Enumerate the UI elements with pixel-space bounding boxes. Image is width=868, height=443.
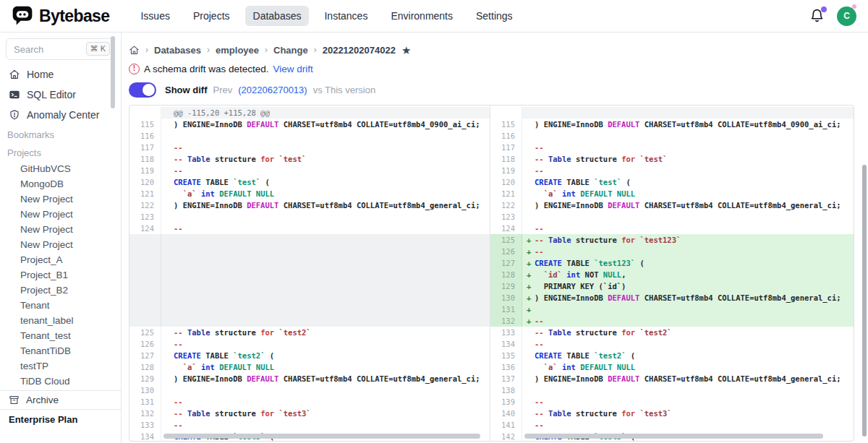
project-item-testtp[interactable]: testTP	[0, 358, 121, 374]
project-item-project-b1[interactable]: Project_B1	[0, 267, 121, 283]
sidebar-item-home[interactable]: Home	[0, 64, 121, 85]
code-line: ) ENGINE=InnoDB DEFAULT CHARSET=utf8mb4 …	[161, 199, 490, 211]
diff-row: 118-- Table structure for `test`	[490, 153, 854, 165]
sidebar-item-label: Home	[27, 69, 54, 80]
bytebase-logo-icon	[12, 5, 33, 27]
project-item-mongodb[interactable]: MongoDB	[0, 176, 121, 192]
breadcrumb-item-employee[interactable]: employee	[216, 45, 259, 56]
diff-row: 132-- Table structure for `test3`	[129, 408, 490, 419]
breadcrumb-separator: ›	[265, 45, 268, 55]
sidebar-item-sql-editor[interactable]: SQL Editor	[0, 85, 121, 105]
project-item-githubvcs[interactable]: GitHubVCS	[0, 161, 121, 176]
code-token: NOT	[580, 270, 603, 279]
diff-row: 116	[129, 130, 490, 142]
added-line-marker: +	[527, 234, 531, 246]
diff-hunk-row	[490, 107, 854, 119]
diff-row: 128 `a` int DEFAULT NULL	[129, 361, 490, 373]
line-number: 122	[490, 199, 522, 211]
code-line: + PRIMARY KEY (`id`)	[522, 280, 854, 292]
view-drift-link[interactable]: View drift	[273, 64, 313, 74]
project-item-tenant-label[interactable]: tenant_label	[0, 313, 121, 328]
project-item-new-project[interactable]: New Project	[0, 222, 121, 237]
code-token: for	[260, 409, 274, 418]
code-line: CREATE TABLE `test2` (	[161, 350, 490, 361]
project-item-new-project[interactable]: New Project	[0, 237, 121, 252]
code-token: `test`	[639, 155, 667, 163]
code-token: --	[174, 166, 183, 175]
code-token: ) ENGINE=InnoDB	[174, 201, 247, 210]
diff-row: 134--	[490, 338, 854, 350]
line-number: 129	[129, 373, 161, 384]
code-token: --	[174, 143, 183, 152]
code-line: `a` int DEFAULT NULL	[161, 361, 490, 373]
code-token: structure	[571, 328, 622, 337]
added-line-marker: +	[527, 292, 531, 304]
code-line: --	[161, 396, 490, 408]
nav-item-databases[interactable]: Databases	[245, 6, 310, 26]
code-line	[161, 211, 490, 223]
code-line: +--	[522, 315, 854, 327]
code-token: CREATE	[174, 351, 201, 360]
line-number: 119	[490, 165, 522, 176]
line-number: 132	[490, 315, 522, 327]
code-token: `test`	[233, 178, 260, 186]
code-line	[161, 234, 490, 327]
horizontal-scrollbar[interactable]	[163, 434, 480, 439]
project-item-new-project[interactable]: New Project	[0, 207, 121, 222]
breadcrumb-item-change[interactable]: Change	[273, 45, 308, 56]
project-item-new-project[interactable]: New Project	[0, 192, 121, 207]
project-item-tenanttidb[interactable]: TenantTiDB	[0, 343, 121, 358]
notifications-button[interactable]	[809, 8, 825, 24]
code-token: --	[535, 247, 544, 256]
code-line: -- Table structure for `test`	[522, 153, 854, 165]
code-token: Table	[187, 155, 210, 163]
show-diff-toggle[interactable]	[129, 82, 156, 98]
sidebar-scrollbar[interactable]	[111, 36, 115, 108]
nav-item-settings[interactable]: Settings	[468, 6, 521, 26]
code-token: structure	[571, 409, 622, 418]
nav-item-instances[interactable]: Instances	[316, 6, 375, 26]
sidebar-section-projects: Projects	[0, 143, 121, 161]
line-number: 131	[490, 304, 522, 315]
breadcrumb-home-icon[interactable]	[129, 45, 140, 56]
code-token: structure	[571, 155, 622, 163]
diff-row: 131--	[129, 396, 490, 408]
sidebar-item-anomaly-center[interactable]: Anomaly Center	[0, 105, 121, 125]
diff-row: 117--	[490, 142, 854, 153]
diff-row: 119--	[129, 165, 490, 176]
nav-item-issues[interactable]: Issues	[132, 6, 177, 26]
nav-item-environments[interactable]: Environments	[383, 6, 461, 26]
diff-row: 130	[129, 384, 490, 396]
schema-diff-view: @@ -115,20 +115,28 @@115) ENGINE=InnoDB …	[129, 105, 854, 442]
project-item-project-a[interactable]: Project_A	[0, 252, 121, 267]
line-number: 119	[129, 165, 161, 176]
code-line: CREATE TABLE `test` (	[161, 176, 490, 188]
bytebase-logo[interactable]: Bytebase	[12, 5, 109, 27]
code-line: ) ENGINE=InnoDB DEFAULT CHARSET=utf8mb4 …	[522, 119, 854, 130]
home-icon	[9, 69, 20, 80]
diff-row: 138	[490, 384, 854, 396]
code-line	[522, 107, 854, 119]
project-item-tenant-test[interactable]: Tenant_test	[0, 328, 121, 343]
page-scrollbar[interactable]	[862, 165, 867, 436]
project-item-tidb-cloud[interactable]: TiDB Cloud	[0, 374, 121, 389]
breadcrumb-item-databases[interactable]: Databases	[154, 45, 201, 56]
diff-row: 128+ `id` int NOT NULL,	[490, 269, 854, 280]
project-item-project-b2[interactable]: Project_B2	[0, 283, 121, 298]
avatar[interactable]: C	[837, 7, 856, 26]
code-token: CREATE	[535, 351, 562, 360]
project-item-tenant[interactable]: Tenant	[0, 298, 121, 313]
prev-version-link[interactable]: (202206270013)	[238, 85, 307, 95]
nav-item-projects[interactable]: Projects	[185, 6, 238, 26]
sidebar-item-archive[interactable]: Archive	[0, 390, 121, 409]
code-line	[522, 130, 854, 142]
code-token	[535, 270, 544, 279]
code-line	[522, 384, 854, 396]
horizontal-scrollbar[interactable]	[524, 434, 823, 439]
added-line-marker: +	[527, 280, 531, 292]
plan-label[interactable]: Enterprise Plan	[0, 409, 121, 428]
code-token: for	[621, 236, 635, 244]
code-token: TABLE	[201, 178, 233, 186]
star-icon[interactable]: ★	[401, 45, 411, 56]
code-token: NULL	[603, 270, 621, 279]
